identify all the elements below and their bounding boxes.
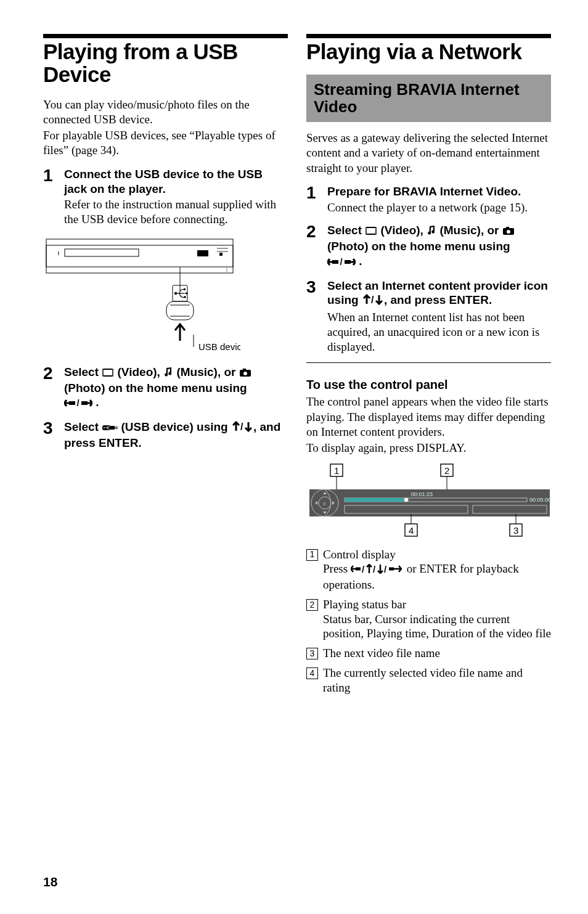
svg-text:2: 2 <box>444 465 449 476</box>
index-title: Control display <box>323 548 396 561</box>
index-title: The next video file name <box>323 647 440 659</box>
step-number: 2 <box>306 223 320 240</box>
svg-rect-40 <box>332 260 338 264</box>
svg-rect-14 <box>166 301 194 320</box>
video-icon <box>365 224 377 239</box>
music-icon <box>163 366 173 381</box>
svg-rect-38 <box>506 227 509 229</box>
step-number: 1 <box>306 184 320 202</box>
svg-point-39 <box>507 230 510 234</box>
step-number: 3 <box>43 420 57 437</box>
music-icon <box>427 224 436 239</box>
control-panel-diagram: 1 2 II 00:01:23 00:05:00 <box>306 462 553 542</box>
top-rule-left <box>43 34 288 38</box>
index-number: 3 <box>306 648 318 659</box>
step-1-text: Refer to the instruction manual supplied… <box>64 197 288 227</box>
svg-text:1: 1 <box>334 465 339 476</box>
step-2-heading: Select (Video), (Music), or (Photo) <box>64 365 288 411</box>
svg-text:4: 4 <box>409 525 414 536</box>
intro-line-1: You can play video/music/photo files on … <box>43 97 288 128</box>
top-rule-right <box>306 34 551 38</box>
index-item-4: 4 The currently selected video file name… <box>306 666 551 695</box>
subsection-band: Streaming BRAVIA Internet Video <box>306 75 551 122</box>
index-sub-pre: Press <box>323 562 351 575</box>
index-title: Playing status bar <box>323 598 406 611</box>
svg-text:/: / <box>373 564 376 574</box>
svg-rect-7 <box>219 253 223 256</box>
up-down-arrows-icon: / <box>231 421 253 436</box>
control-panel-subhead: To use the control panel <box>306 378 551 392</box>
svg-rect-67 <box>356 568 361 571</box>
svg-point-13 <box>184 296 186 298</box>
svg-rect-57 <box>345 498 406 502</box>
step-1-heading: Prepare for BRAVIA Internet Video. <box>327 184 551 199</box>
svg-point-58 <box>404 497 409 502</box>
step-number: 3 <box>306 279 320 296</box>
index-item-3: 3 The next video file name <box>306 646 551 661</box>
index-number: 4 <box>306 667 318 679</box>
video-icon <box>102 366 114 381</box>
network-intro: Serves as a gateway delivering the selec… <box>306 131 551 176</box>
step-1-left: 1 Connect the USB device to the USB jack… <box>43 167 288 227</box>
step-1-heading: Connect the USB device to the USB jack o… <box>64 167 288 197</box>
index-sub: Status bar, Cursor indicating the curren… <box>323 613 551 640</box>
index-item-1: 1 Control display Press / / / <box>306 547 551 592</box>
svg-text:3: 3 <box>513 525 518 536</box>
svg-point-31 <box>104 427 105 428</box>
section-title-usb: Playing from a USB Device <box>43 41 288 86</box>
svg-rect-20 <box>104 370 112 375</box>
step-number: 2 <box>43 365 57 382</box>
svg-text:/: / <box>240 422 243 432</box>
svg-point-25 <box>243 372 247 375</box>
svg-rect-12 <box>184 288 186 290</box>
section-title-network: Playing via a Network <box>306 41 551 63</box>
svg-text:00:05:00: 00:05:00 <box>529 497 551 503</box>
band-title: Streaming BRAVIA Internet Video <box>314 81 544 116</box>
usb-caption: USB device <box>198 341 240 352</box>
usb-device-icon <box>102 421 118 436</box>
index-title: The currently selected video file name a… <box>323 666 523 694</box>
panel-intro-2: To display again, press DISPLAY. <box>306 441 551 455</box>
photo-icon <box>239 366 251 381</box>
four-way-arrows-icon: / / / <box>351 563 404 577</box>
svg-text:/: / <box>384 564 387 574</box>
step-3-heading: Select an Internet content provider icon… <box>327 279 551 309</box>
divider <box>306 362 551 363</box>
intro-line-2: For playable USB devices, see “Playable … <box>43 128 288 158</box>
index-item-2: 2 Playing status bar Status bar, Cursor … <box>306 597 551 641</box>
step-3-left: 3 Select (USB device) using / , and pres… <box>43 420 288 451</box>
step-3-heading: Select (USB device) using / , and press … <box>64 420 288 451</box>
svg-text:/: / <box>362 564 365 574</box>
step-number: 1 <box>43 167 57 184</box>
step-2-heading: Select (Video), (Music), or (Photo) <box>327 223 551 269</box>
svg-rect-4 <box>197 250 208 256</box>
svg-text:/: / <box>340 258 343 266</box>
page-number: 18 <box>43 875 57 889</box>
step-2-left: 2 Select (Video), (Music), or <box>43 365 288 411</box>
step-3-right: 3 Select an Internet content provider ic… <box>306 279 551 354</box>
left-right-arrows-icon: / <box>327 255 356 270</box>
svg-text:II: II <box>323 501 325 507</box>
panel-intro-1: The control panel appears when the video… <box>306 394 551 439</box>
step-1-right: 1 Prepare for BRAVIA Internet Video. Con… <box>306 184 551 215</box>
left-right-arrows-icon: / <box>64 396 92 411</box>
step-1-text: Connect the player to a network (page 15… <box>327 200 551 215</box>
step-2-right: 2 Select (Video), (Music), or <box>306 223 551 269</box>
index-number: 1 <box>306 549 318 561</box>
svg-text:00:01:23: 00:01:23 <box>411 491 433 497</box>
svg-text:/: / <box>371 295 374 305</box>
svg-rect-34 <box>367 228 375 234</box>
svg-rect-26 <box>69 401 75 405</box>
svg-rect-2 <box>65 249 139 256</box>
svg-text:/: / <box>77 399 80 407</box>
index-number: 2 <box>306 599 318 611</box>
photo-icon <box>502 224 515 239</box>
up-down-arrows-icon: / <box>362 294 384 309</box>
usb-connection-diagram: USB device <box>43 233 240 356</box>
step-3-text: When an Internet content list has not be… <box>327 310 551 354</box>
svg-rect-24 <box>243 369 246 370</box>
